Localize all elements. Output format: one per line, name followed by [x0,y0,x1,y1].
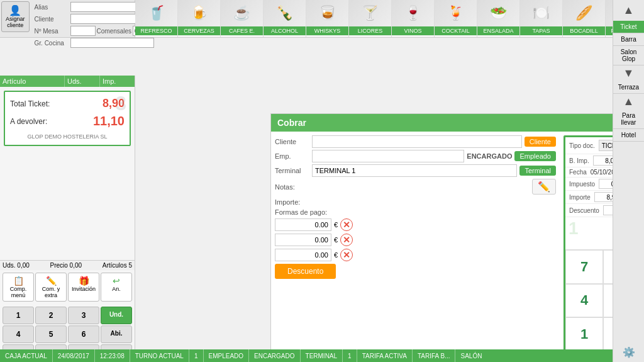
food-cat-licores[interactable]: 🍸LICORES [349,0,392,37]
mesa-input[interactable] [70,26,96,36]
pago-del-2[interactable]: ✕ [340,234,353,246]
food-cat-label-4: WHISKYS [306,26,348,35]
cliente-form-input[interactable] [312,135,522,148]
np-4[interactable]: 4 [565,284,603,318]
fecha-label: Fecha [569,169,587,176]
food-cat-vinos[interactable]: 🍷VINOS [392,0,435,37]
num-3[interactable]: 3 [68,307,99,324]
a-devolver-label: A devolver: [10,117,47,126]
pago-input-3[interactable] [275,249,331,261]
comp-menu-icon: 📋 [13,276,24,286]
pago-del-1[interactable]: ✕ [340,218,353,231]
food-cat-image-6: 🍷 [392,0,435,26]
num-4[interactable]: 4 [3,325,34,343]
food-cat-whiskys[interactable]: 🥃WHISKYS [306,0,349,37]
empleado-form-label: Emp. [275,152,309,160]
settings-icon[interactable]: ⚙️ [613,342,644,362]
empleado-status: EMPLEADO [204,349,250,362]
food-cat-image-7: 🍹 [435,0,477,26]
food-cat-refresco[interactable]: 🥤REFRESCO [135,0,178,37]
pago-input-2[interactable] [275,234,331,246]
ticket-item[interactable]: Ticket [613,21,644,33]
cliente-form-btn[interactable]: Cliente [525,137,556,147]
total-ticket-value: 8,90 [103,97,125,110]
food-cat-image-3: 🍾 [264,0,306,26]
food-cat-ensalada[interactable]: 🥗ENSALADA [477,0,520,37]
food-cat-label-10: BOCADILL [563,26,605,35]
company-name: GLOP DEMO HOSTELERIA SL [10,133,125,140]
cliente-form-label: Cliente [275,138,309,145]
terminal-status: TERMINAL [301,349,343,362]
terminal-form-btn[interactable]: Terminal [519,166,556,176]
undo-icon: ↩ [113,276,120,286]
user-icon: 👤 [6,4,25,16]
und-btn[interactable]: Und. [101,307,132,324]
asignar-cliente-btn[interactable]: 👤 Asignar cliente [1,1,30,32]
uds-info: Uds. 0,00 [3,262,30,269]
encargado-status: ENCARGADO [249,349,300,362]
food-cat-cafes e.[interactable]: ☕CAFES E. [221,0,264,37]
salon-status: SALÓN [455,349,487,362]
empleado-form-input[interactable] [312,150,464,162]
pago-del-3[interactable]: ✕ [340,249,353,261]
alias-label: Alias [35,4,69,11]
b-imp-label: B. Imp. [569,157,589,164]
edit-icon: ✏️ [46,276,57,286]
pago-input-1[interactable] [275,218,331,231]
descuento-form-label: Descuento [569,207,599,214]
notas-label: Notas: [275,183,295,191]
ticket-nav-up2[interactable]: ▲ [613,94,644,110]
cobrar-header: Cobrar [271,114,644,132]
food-cat-label-6: VINOS [392,26,434,35]
comensales-label: Comensales [97,28,132,35]
importe-label: Importe [569,194,591,201]
abi-btn[interactable]: Abi. [101,325,132,343]
descuento-btn[interactable]: Descuento [275,264,336,279]
gift-icon: 🎁 [79,276,89,286]
num-1[interactable]: 1 [3,307,34,324]
num-6[interactable]: 6 [68,325,99,343]
tarifa-value-status: TARIFA B... [413,349,456,362]
comp-menu-btn[interactable]: 📋 Comp. menú [3,273,34,302]
hotel-item[interactable]: Hotel [613,129,644,142]
currency-2: € [334,236,338,244]
food-cat-cervezas[interactable]: 🍺CERVEZAS [178,0,221,37]
articulos-info: Artículos 5 [103,262,132,269]
invitacion-btn[interactable]: 🎁 Invitación [68,273,99,302]
mesa-label: Nº Mesa [35,28,69,35]
notas-edit-btn[interactable]: ✏️ [532,179,556,195]
empleado-form-btn[interactable]: Empleado [514,151,556,161]
salon-glop-item[interactable]: Salon Glop [613,46,644,65]
para-llevar-item[interactable]: Para llevar [613,110,644,129]
turno-status: TURNO ACTUAL [130,349,189,362]
ticket-nav-up[interactable]: ▲ [613,0,644,21]
np-1[interactable]: 1 [565,317,603,351]
num-5[interactable]: 5 [35,325,67,343]
food-cat-tapas[interactable]: 🍽️TAPAS [520,0,563,37]
terminal-form-input[interactable] [312,164,517,177]
food-cat-image-5: 🍸 [349,0,392,26]
ticket-nav-down1[interactable]: ▼ [613,65,644,81]
food-cat-alcohol[interactable]: 🍾ALCOHOL [264,0,306,37]
imp-col-header: Imp. [100,76,135,87]
uds-col-header: Uds. [65,76,100,87]
currency-1: € [334,221,338,229]
terminal-form-label: Terminal [275,167,309,174]
food-cat-label-7: COCKTAIL [435,26,477,35]
np-7[interactable]: 7 [565,250,603,284]
encargado-label: ENCARGADO [467,152,512,160]
gr-cocina-input[interactable]: BEBIDAS [70,38,154,48]
formas-pago-label: Formas de pago: [275,208,556,216]
food-cat-bocadill[interactable]: 🥖BOCADILL [563,0,606,37]
food-cat-image-0: 🥤 [135,0,178,26]
food-cat-label-9: TAPAS [520,26,562,35]
food-cat-cocktail[interactable]: 🍹COCKTAIL [435,0,477,37]
an-btn[interactable]: ↩ An. [101,273,132,302]
food-cat-image-8: 🥗 [477,0,520,26]
gr-cocina-label: Gr. Cocina [35,40,69,47]
barra-item[interactable]: Barra [613,33,644,46]
com-extra-btn[interactable]: ✏️ Com. y extra [35,273,67,302]
num-2[interactable]: 2 [35,307,67,324]
terraza-item[interactable]: Terraza [613,81,644,94]
a-devolver-value: 11,10 [93,114,125,128]
